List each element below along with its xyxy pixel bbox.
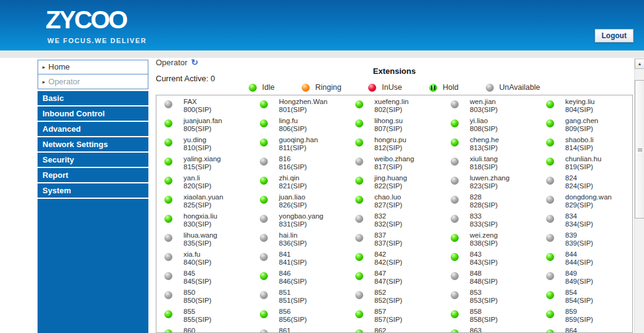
extension-number: 805(SIP) <box>183 125 222 133</box>
extension-text: 861861(SIP) <box>279 327 307 333</box>
vertical-scrollbar[interactable]: ▲ <box>634 58 644 333</box>
sidebar-item-home[interactable]: ▸Home <box>38 60 148 74</box>
extension-text: hongru.pu812(SIP) <box>374 136 406 152</box>
idle-status-dot <box>355 119 363 127</box>
extension-cell: 846846(SIP) <box>252 270 347 289</box>
extension-name: 847 <box>374 270 402 278</box>
extension-name: ling.fu <box>279 117 307 125</box>
extension-number: 828(SIP) <box>470 201 497 209</box>
idle-status-dot <box>546 329 554 333</box>
extension-cell: 853853(SIP) <box>443 289 538 308</box>
current-active-counter: Current Active: 0 <box>156 74 215 83</box>
extension-number: 850(SIP) <box>183 297 211 305</box>
extension-text: 848848(SIP) <box>470 270 497 286</box>
extension-name: 864 <box>565 327 593 333</box>
refresh-icon[interactable]: ↻ <box>191 57 198 67</box>
unavailable-status-dot <box>451 196 459 204</box>
extension-name: 862 <box>374 327 402 333</box>
extension-cell: xuefeng.lin802(SIP) <box>347 98 443 117</box>
extension-name: weibo.zhang <box>374 155 414 163</box>
extension-name: Hongzhen.Wan <box>279 98 328 106</box>
extension-cell: 824824(SIP) <box>538 174 633 193</box>
idle-status-dot <box>355 310 363 318</box>
idle-status-dot <box>451 119 459 127</box>
extension-text: 833833(SIP) <box>470 212 497 228</box>
unavailable-status-dot <box>451 177 459 185</box>
extension-text: FAX800(SIP) <box>183 98 211 114</box>
extension-name: wen.jian <box>470 98 497 106</box>
extension-number: 812(SIP) <box>374 144 406 152</box>
extension-number: 807(SIP) <box>374 125 403 133</box>
sidebar-item-basic[interactable]: Basic <box>38 91 148 106</box>
scrollbar-thumb[interactable] <box>635 80 644 219</box>
sidebar-item-security[interactable]: Security <box>38 153 148 168</box>
extension-text: keying.liu804(SIP) <box>565 98 595 114</box>
sidebar-item-advanced[interactable]: Advanced <box>38 122 148 137</box>
extension-text: gang.chen809(SIP) <box>565 117 598 133</box>
scroll-up-button[interactable]: ▲ <box>635 58 644 69</box>
extension-text: luwen.zhang823(SIP) <box>470 174 510 190</box>
idle-status-dot <box>451 253 459 261</box>
extension-cell: 852852(SIP) <box>347 289 443 308</box>
logout-button[interactable]: Logout <box>595 29 634 42</box>
extension-text: 837837(SIP) <box>374 231 402 247</box>
extension-text: wen.jian803(SIP) <box>470 98 497 114</box>
extension-text: wei.zeng838(SIP) <box>470 231 497 247</box>
extension-cell: xiaolan.yuan825(SIP) <box>156 193 252 212</box>
extension-number: 801(SIP) <box>279 106 328 114</box>
legend-item-inuse: InUse <box>368 83 402 92</box>
extension-number: 830(SIP) <box>183 220 217 228</box>
extension-number: 826(SIP) <box>279 201 307 209</box>
extension-cell: jing.huang822(SIP) <box>347 174 443 193</box>
extension-cell: hongxia.liu830(SIP) <box>156 212 252 231</box>
extension-cell: juan.liao826(SIP) <box>252 193 347 212</box>
page: ZYCOO WE FOCUS.WE DELIVER Logout ▸Home ▸… <box>0 0 644 333</box>
idle-status-dot <box>164 119 172 127</box>
extension-cell: yan.li820(SIP) <box>156 174 252 193</box>
extension-cell: 858858(SIP) <box>443 308 538 327</box>
extension-number: 848(SIP) <box>470 278 497 286</box>
extension-number: 804(SIP) <box>565 106 595 114</box>
extension-cell: 848848(SIP) <box>443 270 538 289</box>
extension-cell: Hongzhen.Wan801(SIP) <box>252 98 347 117</box>
extension-text: 850850(SIP) <box>183 289 211 305</box>
extension-name: hai.lin <box>279 231 307 239</box>
extension-name: wei.zeng <box>470 231 497 239</box>
extension-cell: 847847(SIP) <box>347 270 443 289</box>
extension-number: 822(SIP) <box>374 182 407 190</box>
extension-text: 858858(SIP) <box>470 308 497 324</box>
sidebar-item-network-settings[interactable]: Network Settings <box>38 137 148 153</box>
idle-status-dot <box>164 177 172 185</box>
extension-cell: 851851(SIP) <box>252 289 347 308</box>
extension-number: 829(SIP) <box>565 201 611 209</box>
idle-status-dot <box>546 100 554 108</box>
extension-cell: yongbao.yang831(SIP) <box>252 212 347 231</box>
extension-cell: lihong.su807(SIP) <box>347 117 443 136</box>
sidebar-item-system[interactable]: System <box>38 183 148 199</box>
extension-cell: 859859(SIP) <box>538 308 633 327</box>
legend-item-hold: Hold <box>429 83 459 92</box>
hold-status-icon <box>429 84 437 92</box>
extension-number: 818(SIP) <box>470 163 497 171</box>
extension-name: xuefeng.lin <box>374 98 409 106</box>
sidebar-item-operator[interactable]: ▸Operator <box>38 74 148 89</box>
unavailable-status-dot <box>546 272 554 280</box>
extensions-title: Extensions <box>156 66 633 76</box>
extension-number: 824(SIP) <box>565 182 593 190</box>
extension-number: 831(SIP) <box>279 220 323 228</box>
extension-number: 832(SIP) <box>374 220 402 228</box>
idle-status-dot <box>546 119 554 127</box>
unavailable-status-dot <box>451 100 459 108</box>
extension-text: juanjuan.fan805(SIP) <box>183 117 222 133</box>
extension-number: 833(SIP) <box>470 220 497 228</box>
sidebar-item-report[interactable]: Report <box>38 168 148 183</box>
extension-text: 845845(SIP) <box>183 270 211 286</box>
extension-name: shaobo.li <box>565 136 594 144</box>
header-divider-strip <box>0 50 644 58</box>
extension-name: 850 <box>183 289 211 297</box>
extension-number: 836(SIP) <box>279 239 307 247</box>
unavailable-status-dot <box>546 215 554 223</box>
extension-number: 802(SIP) <box>374 106 409 114</box>
sidebar-item-inbound-control[interactable]: Inbound Control <box>38 106 148 122</box>
extension-text: 854854(SIP) <box>565 289 593 305</box>
